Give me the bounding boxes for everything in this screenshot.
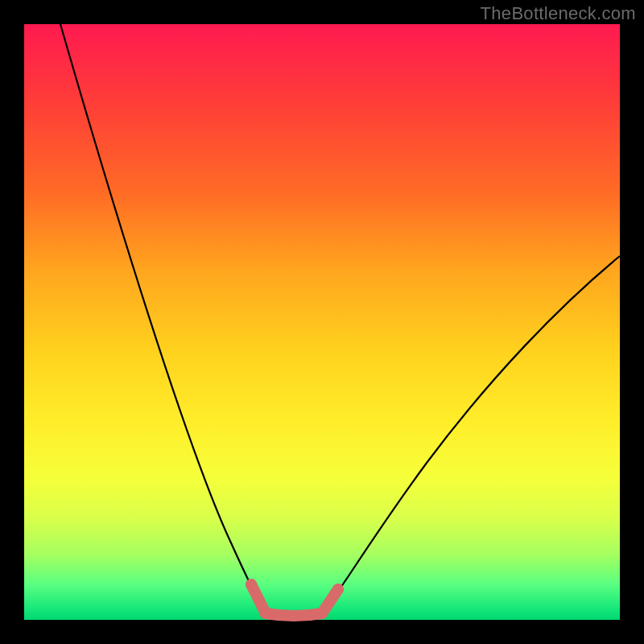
left-branch-curve bbox=[60, 24, 266, 613]
watermark-label: TheBottleneck.com bbox=[481, 3, 636, 24]
highlight-joint-right bbox=[316, 608, 328, 619]
right-branch-curve bbox=[322, 256, 620, 613]
highlight-right-dot bbox=[332, 584, 344, 595]
chart-frame: TheBottleneck.com bbox=[0, 0, 644, 644]
highlight-valley bbox=[266, 613, 322, 616]
highlight-left-dot bbox=[246, 579, 257, 590]
highlight-joint-left bbox=[260, 608, 271, 619]
curve-layer bbox=[24, 24, 620, 620]
plot-area bbox=[24, 24, 620, 620]
